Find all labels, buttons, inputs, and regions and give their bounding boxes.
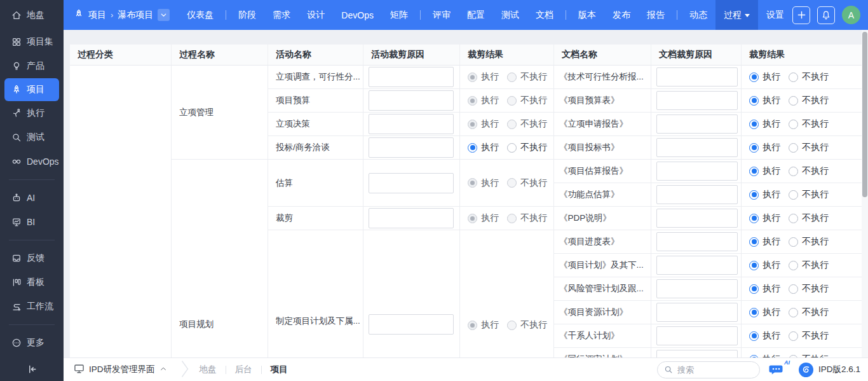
app-switcher[interactable]: IPD研发管理界面 <box>74 363 167 376</box>
crumb-project-current[interactable]: 项目 <box>271 364 288 375</box>
activity-trim-reason-input[interactable] <box>369 67 454 87</box>
activity-trim-reason-input[interactable] <box>369 173 454 193</box>
radio-exec-selected-disabled[interactable] <box>468 73 477 82</box>
sidebar-item-home[interactable]: 地盘 <box>0 0 64 30</box>
sidebar-item-test[interactable]: 测试 <box>0 125 64 149</box>
radio-noexec[interactable] <box>789 143 798 153</box>
radio-exec-selected[interactable] <box>749 120 759 129</box>
search-box[interactable] <box>657 361 760 378</box>
breadcrumb-project[interactable]: 瀑布项目 <box>118 10 153 21</box>
notification-button[interactable] <box>817 6 835 24</box>
project-switcher-button[interactable] <box>158 9 170 21</box>
scrollbar-thumb[interactable] <box>862 32 867 197</box>
radio-exec-selected[interactable] <box>749 167 759 176</box>
crumb-home[interactable]: 地盘 <box>200 364 217 375</box>
radio-noexec[interactable] <box>789 96 798 106</box>
radio-noexec[interactable] <box>789 284 798 294</box>
doc-trim-reason-input[interactable] <box>656 326 738 345</box>
sidebar-item-execute[interactable]: 执行 <box>0 101 64 125</box>
radio-exec-selected-disabled[interactable] <box>468 321 477 330</box>
ai-assistant-button[interactable]: AI <box>768 361 790 378</box>
menu-release[interactable]: 发布 <box>604 0 639 30</box>
radio-exec-selected[interactable] <box>749 214 759 223</box>
doc-trim-reason-input[interactable] <box>656 350 738 357</box>
menu-matrix[interactable]: 矩阵 <box>382 0 416 30</box>
radio-exec-selected[interactable] <box>749 143 759 153</box>
radio-noexec-disabled[interactable] <box>507 178 517 188</box>
radio-exec-selected[interactable] <box>749 190 759 200</box>
sidebar-item-workflow[interactable]: 工作流 <box>0 294 64 319</box>
radio-noexec[interactable] <box>789 308 798 317</box>
radio-exec-selected-disabled[interactable] <box>468 178 477 188</box>
avatar[interactable]: A <box>842 6 860 24</box>
activity-trim-reason-input[interactable] <box>369 90 454 111</box>
doc-trim-reason-input[interactable] <box>656 279 738 298</box>
sidebar-item-bi[interactable]: BI <box>0 210 64 234</box>
radio-exec-selected[interactable] <box>468 143 477 153</box>
doc-trim-reason-input[interactable] <box>656 138 738 157</box>
radio-noexec[interactable] <box>789 167 798 176</box>
menu-config[interactable]: 配置 <box>459 0 493 30</box>
menu-report[interactable]: 报告 <box>639 0 673 30</box>
activity-trim-reason-input[interactable] <box>369 208 454 228</box>
radio-exec-selected[interactable] <box>749 284 759 294</box>
radio-noexec[interactable] <box>789 214 798 223</box>
menu-devops[interactable]: DevOps <box>333 0 382 30</box>
menu-process[interactable]: 过程 <box>715 0 758 30</box>
sidebar-item-kanban[interactable]: 看板 <box>0 270 64 294</box>
menu-activity[interactable]: 动态 <box>681 0 715 30</box>
doc-trim-reason-input[interactable] <box>656 67 738 87</box>
radio-exec-selected[interactable] <box>749 261 759 270</box>
doc-trim-reason-input[interactable] <box>656 114 738 134</box>
radio-noexec-disabled[interactable] <box>507 214 517 223</box>
doc-trim-reason-input[interactable] <box>656 256 738 275</box>
menu-settings[interactable]: 设置 <box>758 0 792 30</box>
radio-noexec[interactable] <box>789 237 798 247</box>
menu-design[interactable]: 设计 <box>299 0 333 30</box>
menu-stage[interactable]: 阶段 <box>230 0 264 30</box>
radio-noexec[interactable] <box>789 331 798 341</box>
activity-trim-reason-input[interactable] <box>369 114 454 134</box>
search-input[interactable] <box>677 365 747 375</box>
sidebar-item-project[interactable]: 项目 <box>4 78 59 101</box>
radio-noexec[interactable] <box>789 120 798 129</box>
menu-requirement[interactable]: 需求 <box>264 0 299 30</box>
menu-version[interactable]: 版本 <box>570 0 604 30</box>
radio-noexec[interactable] <box>789 261 798 270</box>
doc-trim-reason-input[interactable] <box>656 232 738 251</box>
activity-trim-reason-input[interactable] <box>369 314 454 335</box>
add-button[interactable] <box>792 6 810 24</box>
doc-trim-reason-input[interactable] <box>656 91 738 110</box>
menu-document[interactable]: 文档 <box>527 0 562 30</box>
menu-test[interactable]: 测试 <box>493 0 527 30</box>
radio-exec-selected[interactable] <box>749 355 759 358</box>
doc-trim-reason-input[interactable] <box>656 209 738 228</box>
sidebar-item-project-set[interactable]: 项目集 <box>0 30 64 54</box>
sidebar-item-more[interactable]: 更多 <box>0 331 64 355</box>
radio-noexec[interactable] <box>789 355 798 358</box>
activity-trim-reason-input[interactable] <box>369 137 454 158</box>
radio-exec-selected-disabled[interactable] <box>468 96 477 106</box>
radio-exec-selected[interactable] <box>749 96 759 106</box>
breadcrumb-app[interactable]: 项目 <box>88 10 106 21</box>
radio-noexec-disabled[interactable] <box>507 96 517 106</box>
doc-trim-reason-input[interactable] <box>656 303 738 322</box>
radio-noexec[interactable] <box>507 143 517 153</box>
menu-review[interactable]: 评审 <box>424 0 459 30</box>
vertical-scrollbar[interactable] <box>862 30 868 357</box>
radio-noexec[interactable] <box>789 190 798 200</box>
radio-exec-selected[interactable] <box>749 237 759 247</box>
doc-trim-reason-input[interactable] <box>656 162 738 181</box>
menu-dashboard[interactable]: 仪表盘 <box>179 0 222 30</box>
sidebar-item-feedback[interactable]: 反馈 <box>0 246 64 270</box>
radio-exec-selected[interactable] <box>749 331 759 341</box>
radio-noexec-disabled[interactable] <box>507 120 517 129</box>
radio-exec-selected-disabled[interactable] <box>468 214 477 223</box>
sidebar-item-product[interactable]: 产品 <box>0 54 64 78</box>
sidebar-item-ai[interactable]: AI <box>0 186 64 210</box>
crumb-admin[interactable]: 后台 <box>235 364 252 375</box>
sidebar-collapse-button[interactable] <box>0 364 64 375</box>
radio-exec-selected-disabled[interactable] <box>468 120 477 129</box>
sidebar-item-devops[interactable]: DevOps <box>0 149 64 174</box>
radio-noexec-disabled[interactable] <box>507 73 517 82</box>
